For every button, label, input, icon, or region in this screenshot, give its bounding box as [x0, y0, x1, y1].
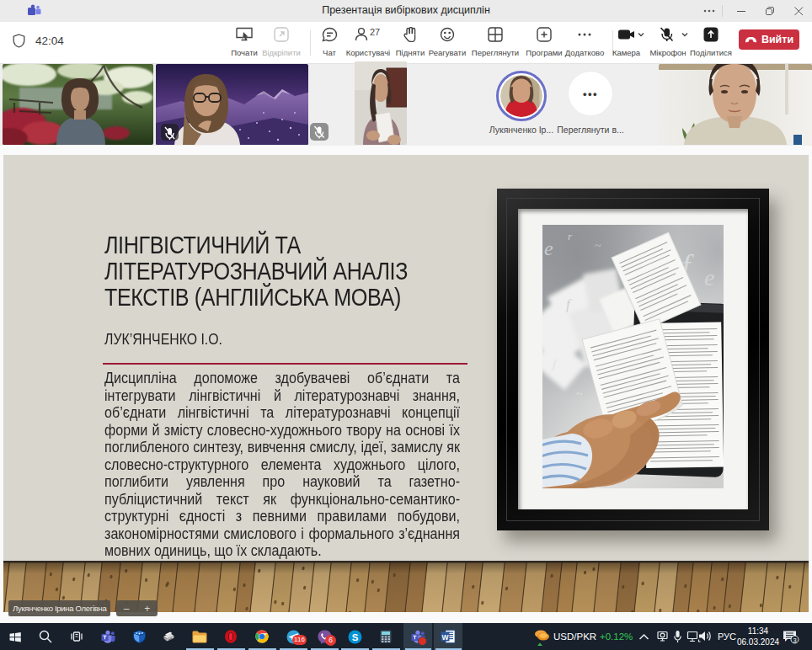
svg-text:S: S: [351, 631, 358, 642]
svg-text:W: W: [441, 633, 449, 642]
svg-text:~: ~: [595, 240, 601, 253]
svg-text:e: e: [704, 264, 714, 290]
svg-text:e: e: [544, 237, 553, 259]
svg-text:3: 3: [793, 637, 796, 644]
svg-text:27: 27: [370, 27, 380, 37]
svg-text:~: ~: [576, 387, 582, 400]
